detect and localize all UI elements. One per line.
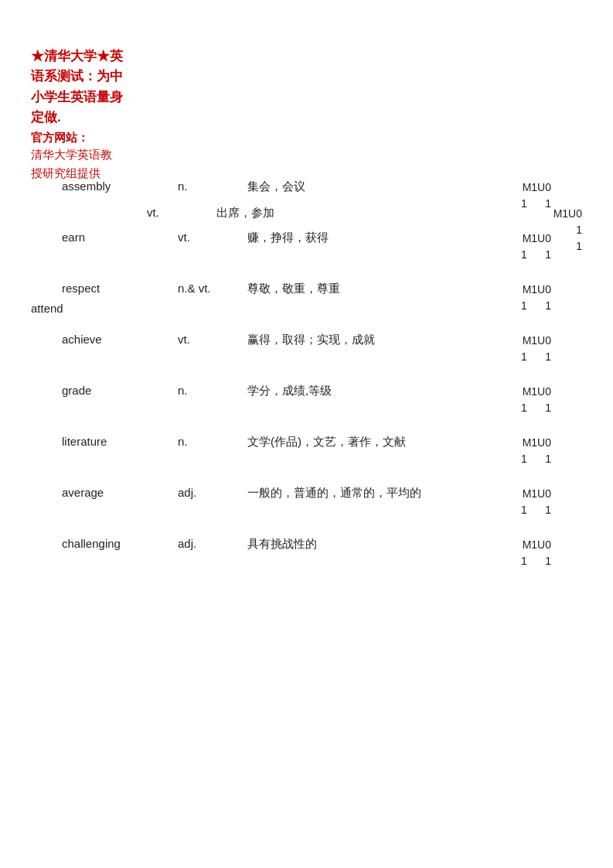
official-line1: 清华大学英语教 [31, 148, 112, 161]
vocab-number: 1 [545, 402, 551, 414]
vocab-unit: M1U0 [523, 538, 551, 551]
attend-number: 1 [576, 238, 582, 255]
vocab-definition: 赢得，取得；实现，成就 [247, 333, 520, 347]
vocab-unit: M1U0 [523, 283, 551, 296]
attend-level: 1 [576, 222, 582, 238]
vocab-definition: 学分，成绩,等级 [247, 384, 520, 398]
vocab-level: 1 [521, 402, 527, 414]
header-line2: 语系测试：为中 [31, 69, 123, 84]
attend-pos: vt. [147, 206, 216, 219]
page: ★清华大学★英 语系测试：为中 小学生英语量身 定做. 官方网站： 清华大学英语… [0, 0, 613, 868]
vocab-pos: adj. [178, 537, 247, 550]
vocab-level: 1 [521, 555, 527, 567]
official-line2: 授研究组提供 [31, 166, 100, 179]
vocab-row: challenging adj. 具有挑战性的 M1U0 1 1 [31, 528, 582, 579]
vocab-number: 1 [545, 299, 551, 312]
vocab-definition: 集会，会议 [247, 179, 520, 194]
attend-unit: M1U0 [553, 206, 582, 222]
vocab-number: 1 [545, 555, 551, 567]
header-line3: 小学生英语量身 [31, 90, 123, 104]
vocab-meta: M1U0 1 1 [520, 384, 582, 416]
vocab-word: achieve [31, 333, 178, 346]
vocab-word: literature [31, 435, 178, 448]
vocab-unit: M1U0 [523, 334, 551, 347]
vocab-pos: n. [178, 435, 247, 448]
official-label: 官方网站： [31, 131, 201, 145]
header-line4: 定做. [31, 110, 61, 125]
vocab-definition: 文学(作品)，文艺，著作，文献 [247, 435, 520, 449]
vocab-number: 1 [545, 350, 551, 363]
attend-meta: M1U0 1 1 [551, 206, 613, 255]
official-desc: 清华大学英语教 授研究组提供 [31, 145, 201, 182]
vocab-row: grade n. 学分，成绩,等级 M1U0 1 1 [31, 374, 582, 425]
vocab-definition: 具有挑战性的 [247, 537, 520, 552]
vocab-pos: vt. [178, 333, 247, 346]
vocab-unit: M1U0 [523, 436, 551, 449]
vocab-word: average [31, 486, 178, 499]
vocab-row: average adj. 一般的，普通的，通常的，平均的 M1U0 1 1 [31, 477, 582, 528]
header-line1: ★清华大学★英 [31, 49, 123, 63]
vocab-pos: n. [178, 384, 247, 397]
header-block: ★清华大学★英 语系测试：为中 小学生英语量身 定做. 官方网站： 清华大学英语… [31, 46, 201, 182]
attend-def: 出席，参加 [216, 206, 551, 220]
vocab-unit: M1U0 [523, 385, 551, 398]
vocab-word: grade [31, 384, 178, 397]
vocab-meta: M1U0 1 1 [520, 282, 582, 314]
vocab-row: respect n.& vt. 尊敬，敬重，尊重 M1U0 1 1 [31, 272, 582, 323]
vocab-definition: 尊敬，敬重，尊重 [247, 282, 520, 296]
vocab-definition: 一般的，普通的，通常的，平均的 [247, 486, 520, 501]
vocab-level: 1 [521, 350, 527, 363]
vocab-pos: adj. [178, 486, 247, 499]
vocab-meta: M1U0 1 1 [520, 333, 582, 365]
vocab-meta: M1U0 1 1 [520, 486, 582, 518]
vocab-meta: M1U0 1 1 [520, 537, 582, 569]
vocab-unit: M1U0 [523, 181, 551, 193]
attend-word-label: attend [31, 302, 63, 315]
vocab-number: 1 [545, 453, 551, 465]
vocab-level: 1 [521, 504, 527, 516]
header-title: ★清华大学★英 语系测试：为中 小学生英语量身 定做. [31, 46, 201, 128]
vocab-level: 1 [521, 299, 527, 312]
vocab-pos: n.& vt. [178, 282, 247, 295]
vocab-word: challenging [31, 537, 178, 550]
vocab-row: literature n. 文学(作品)，文艺，著作，文献 M1U0 1 1 [31, 425, 582, 477]
vocab-number: 1 [545, 504, 551, 516]
vocab-level: 1 [521, 453, 527, 465]
vocab-word: respect [31, 282, 178, 295]
vocab-unit: M1U0 [523, 487, 551, 500]
vocab-row: achieve vt. 赢得，取得；实现，成就 M1U0 1 1 [31, 323, 582, 374]
vocab-meta: M1U0 1 1 [520, 435, 582, 467]
